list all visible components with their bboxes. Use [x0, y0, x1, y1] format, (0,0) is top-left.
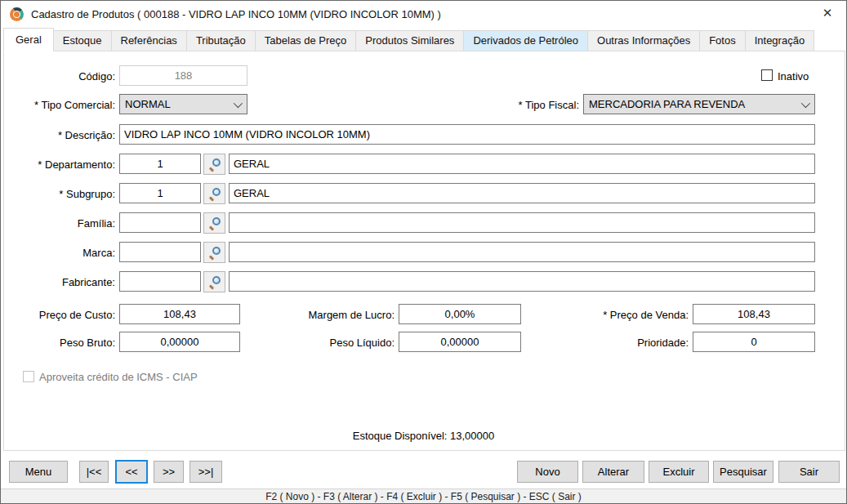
tab-produtos-similares[interactable]: Produtos Similares [355, 30, 464, 51]
preco-custo-input[interactable] [119, 304, 240, 324]
descricao-label: * Descrição: [1, 129, 115, 142]
marca-search-button[interactable] [203, 242, 225, 263]
search-icon [208, 217, 221, 230]
app-logo-icon [10, 7, 24, 21]
statusbar: F2 ( Novo ) - F3 ( Alterar ) - F4 ( Excl… [1, 488, 846, 503]
familia-code-input[interactable] [119, 212, 201, 233]
window-title: Cadastro de Produtos ( 000188 - VIDRO LA… [31, 8, 441, 20]
tab-derivados-de-petroleo[interactable]: Derivados de Petróleo [463, 30, 588, 51]
fabricante-name-input[interactable] [229, 271, 815, 292]
statusbar-shortcuts-text: F2 ( Novo ) - F3 ( Alterar ) - F4 ( Excl… [265, 491, 582, 502]
tabstrip: Geral Estoque Referências Tributação Tab… [3, 28, 844, 51]
subgrupo-name-input[interactable] [229, 183, 815, 203]
tab-geral[interactable]: Geral [3, 28, 54, 51]
tipo-fiscal-label: * Tipo Fiscal: [448, 99, 579, 112]
codigo-input [119, 65, 247, 86]
departamento-search-button[interactable] [203, 154, 225, 175]
preco-custo-label: Preço de Custo: [1, 309, 115, 322]
search-icon [208, 247, 221, 259]
margem-lucro-input[interactable] [399, 304, 521, 324]
subgrupo-search-button[interactable] [203, 183, 225, 204]
menu-button[interactable]: Menu [9, 461, 68, 483]
estoque-disponivel-text: Estoque Disponível: 13,00000 [1, 430, 846, 442]
tipo-comercial-label: * Tipo Comercial: [1, 99, 115, 112]
tab-fotos[interactable]: Fotos [699, 30, 746, 51]
next-record-button[interactable]: >> [154, 461, 184, 483]
tab-outras-informacoes[interactable]: Outras Informações [587, 30, 700, 51]
marca-code-input[interactable] [119, 242, 201, 262]
icms-ciap-label: Aproveita crédito de ICMS - CIAP [39, 371, 198, 383]
search-icon [208, 158, 221, 171]
fabricante-label: Fabricante: [1, 276, 115, 289]
close-icon[interactable]: ✕ [809, 1, 846, 25]
tipo-fiscal-value: MERCADORIA PARA REVENDA [589, 98, 801, 110]
marca-label: Marca: [1, 247, 115, 260]
titlebar: Cadastro de Produtos ( 000188 - VIDRO LA… [1, 1, 846, 27]
tab-referencias[interactable]: Referências [111, 30, 187, 51]
subgrupo-label: * Subgrupo: [1, 188, 115, 201]
icms-ciap-checkbox [23, 371, 34, 382]
tipo-comercial-select[interactable]: NORMAL [119, 94, 247, 114]
prioridade-input[interactable] [693, 332, 815, 352]
peso-bruto-input[interactable] [119, 332, 240, 352]
inativo-checkbox[interactable] [761, 69, 773, 81]
search-icon [208, 188, 221, 200]
chevron-down-icon [234, 98, 243, 107]
peso-liquido-label: Peso Líquido: [280, 337, 395, 350]
tab-integracao[interactable]: Integração [745, 30, 814, 51]
last-record-button[interactable]: >>| [189, 461, 222, 483]
preco-venda-label: * Preço de Venda: [564, 309, 689, 322]
tab-estoque[interactable]: Estoque [53, 30, 112, 51]
product-registration-window: Cadastro de Produtos ( 000188 - VIDRO LA… [0, 0, 847, 504]
preco-venda-input[interactable] [693, 304, 815, 324]
departamento-label: * Departamento: [1, 158, 115, 172]
subgrupo-code-input[interactable] [119, 183, 201, 203]
tipo-fiscal-select[interactable]: MERCADORIA PARA REVENDA [583, 94, 815, 114]
descricao-input[interactable] [119, 124, 815, 145]
departamento-code-input[interactable] [119, 154, 201, 174]
familia-search-button[interactable] [203, 212, 225, 234]
margem-lucro-label: Margem de Lucro: [280, 309, 395, 322]
peso-liquido-input[interactable] [399, 332, 521, 352]
alterar-button[interactable]: Alterar [582, 461, 644, 483]
fabricante-search-button[interactable] [203, 271, 225, 292]
tipo-comercial-value: NORMAL [125, 98, 234, 110]
pesquisar-button[interactable]: Pesquisar [713, 461, 773, 483]
fabricante-code-input[interactable] [119, 271, 201, 292]
departamento-name-input[interactable] [229, 154, 815, 174]
tab-tabelas-de-preco[interactable]: Tabelas de Preço [255, 30, 356, 51]
familia-label: Família: [1, 217, 115, 230]
previous-record-button[interactable]: << [115, 460, 148, 484]
inativo-label: Inativo [778, 70, 809, 83]
tab-tributacao[interactable]: Tributação [186, 30, 256, 51]
codigo-label: Código: [1, 70, 115, 83]
sair-button[interactable]: Sair [778, 461, 840, 483]
novo-button[interactable]: Novo [517, 461, 578, 483]
marca-name-input[interactable] [229, 242, 815, 262]
chevron-down-icon [801, 98, 810, 107]
first-record-button[interactable]: |<< [79, 461, 109, 483]
familia-name-input[interactable] [229, 212, 815, 233]
peso-bruto-label: Peso Bruto: [1, 337, 115, 350]
prioridade-label: Prioridade: [564, 337, 689, 350]
search-icon [208, 276, 221, 288]
excluir-button[interactable]: Excluir [649, 461, 709, 483]
